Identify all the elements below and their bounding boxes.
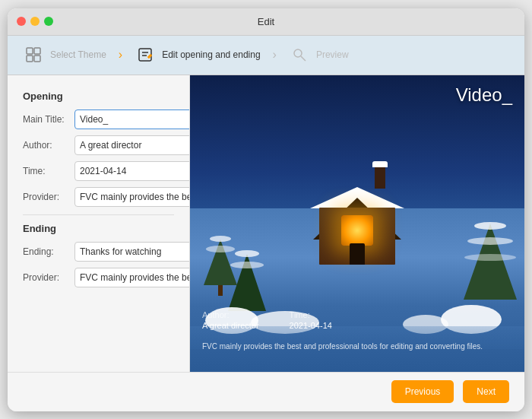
step3-label: Preview — [316, 49, 349, 60]
step3[interactable]: Preview — [289, 44, 349, 65]
svg-rect-2 — [27, 56, 33, 62]
author-label: Author: — [23, 140, 74, 151]
svg-rect-1 — [34, 48, 40, 54]
main-window: Edit Select Theme › — [8, 8, 524, 411]
author-time-block: Author: A great director Time: 2021-04-1… — [202, 310, 332, 330]
opening-section-title: Opening — [23, 90, 174, 102]
preview-time-value: 2021-04-14 — [290, 321, 332, 330]
toolbar: Select Theme › Edit opening and ending › — [8, 36, 524, 75]
ending-provider-input[interactable] — [74, 268, 190, 287]
step1-label: Select Theme — [50, 49, 106, 60]
step1[interactable]: Select Theme — [23, 44, 106, 65]
preview-overlay: Video_ Author: A great director Time: 20… — [190, 75, 524, 372]
window-title: Edit — [258, 16, 274, 27]
titlebar: Edit — [8, 8, 524, 36]
ending-provider-label: Provider: — [23, 272, 74, 283]
svg-point-7 — [294, 49, 302, 57]
ending-input[interactable] — [74, 242, 190, 262]
ending-provider-row: Provider: — [23, 268, 174, 287]
time-col: Time: 2021-04-14 — [290, 310, 332, 330]
section-divider — [23, 214, 174, 215]
preview-author-label: Author: — [202, 310, 259, 319]
ending-label: Ending: — [23, 246, 74, 257]
provider-label: Provider: — [23, 192, 74, 202]
scene: Video_ Author: A great director Time: 20… — [190, 75, 524, 372]
time-row: Time: — [23, 161, 174, 181]
svg-line-8 — [301, 56, 306, 61]
step2-label: Edit opening and ending — [162, 49, 260, 60]
arrow2: › — [273, 48, 277, 62]
preview-provider-text: FVC mainly provides the best and profess… — [202, 342, 512, 351]
preview-author-value: A great director — [202, 321, 259, 330]
arrow1: › — [119, 48, 122, 62]
author-input[interactable] — [74, 135, 190, 155]
provider-input[interactable] — [74, 187, 190, 207]
previous-button[interactable]: Previous — [391, 380, 454, 403]
minimize-button[interactable] — [30, 17, 40, 26]
svg-rect-0 — [27, 48, 33, 54]
preview-video-title: Video_ — [456, 84, 512, 106]
provider-row: Provider: — [23, 187, 174, 207]
edit-icon — [135, 44, 156, 65]
preview-icon — [289, 44, 310, 65]
author-row: Author: — [23, 135, 174, 155]
main-title-input[interactable] — [74, 110, 190, 129]
ending-section-title: Ending — [23, 223, 174, 234]
traffic-lights — [17, 17, 53, 26]
next-button[interactable]: Next — [463, 380, 509, 403]
main-title-label: Main Title: — [23, 114, 74, 125]
close-button[interactable] — [17, 17, 26, 26]
author-col: Author: A great director — [202, 310, 259, 330]
time-input[interactable] — [74, 161, 190, 181]
form-panel: Opening Main Title: Author: Time: Provid… — [8, 75, 190, 372]
time-label: Time: — [23, 166, 74, 176]
footer: Previous Next — [8, 372, 524, 411]
preview-panel: Video_ Author: A great director Time: 20… — [190, 75, 524, 372]
maximize-button[interactable] — [44, 17, 53, 26]
ending-row: Ending: — [23, 242, 174, 262]
preview-time-label: Time: — [290, 310, 332, 319]
main-content: Opening Main Title: Author: Time: Provid… — [8, 75, 524, 372]
svg-rect-3 — [34, 56, 40, 62]
svg-rect-4 — [139, 49, 151, 61]
main-title-row: Main Title: — [23, 110, 174, 129]
theme-icon — [23, 44, 44, 65]
step2[interactable]: Edit opening and ending — [135, 44, 260, 65]
